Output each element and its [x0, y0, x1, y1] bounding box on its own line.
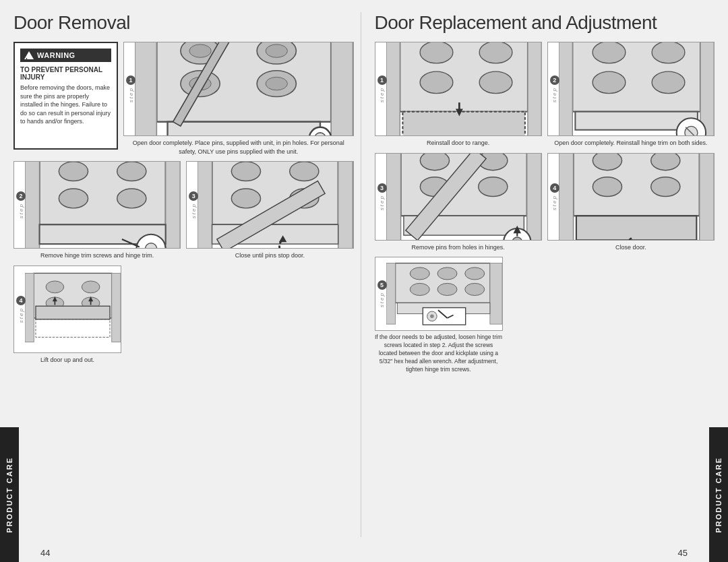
step-3-number: 3 — [189, 191, 198, 201]
left-section: Door Removal ! WARNING TO PREVENT PERSON… — [13, 12, 361, 537]
left-step-1-container: 1 step — [123, 42, 354, 156]
svg-point-51 — [479, 42, 512, 63]
step-4-svg — [14, 270, 121, 348]
left-step-4-illus: 4 step — [13, 266, 121, 353]
left-section-title: Door Removal — [13, 12, 354, 34]
step-2-svg — [14, 161, 180, 249]
right-step-2-caption: Open door completely. Reinstall hinge tr… — [547, 139, 715, 148]
footer: 44 45 — [0, 544, 728, 562]
svg-point-50 — [420, 42, 453, 63]
left-step-2-caption: Remove hinge trim screws and hinge trim. — [13, 251, 181, 260]
svg-rect-31 — [198, 161, 212, 249]
svg-point-84 — [593, 153, 621, 170]
right-sidebar: Product Care — [709, 427, 728, 562]
r-step-5-number: 5 — [377, 280, 387, 290]
right-step-3-illus: 3 step — [375, 153, 542, 241]
right-step-3-caption: Remove pins from holes in hinges. — [375, 243, 542, 252]
r-step-3-text: step — [379, 195, 385, 210]
r-step-4-number: 4 — [550, 183, 559, 193]
right-step-1-illus: 1 step — [375, 42, 542, 136]
warning-triangle-icon: ! — [24, 51, 34, 59]
svg-rect-43 — [36, 319, 110, 338]
svg-point-16 — [59, 161, 88, 181]
svg-rect-42 — [112, 274, 121, 342]
svg-point-71 — [420, 153, 449, 170]
right-step-4-illus: 4 step — [547, 153, 715, 241]
svg-rect-15 — [40, 161, 166, 224]
r-step-5-text: step — [379, 292, 385, 307]
svg-point-94 — [437, 268, 457, 280]
r-step-2-text: step — [551, 87, 557, 102]
svg-point-61 — [652, 42, 685, 63]
step-1-svg — [124, 42, 353, 136]
svg-point-17 — [117, 161, 146, 181]
svg-point-85 — [650, 153, 679, 170]
right-row1: 1 step — [375, 42, 715, 148]
step-2-label: 2 step — [16, 162, 26, 248]
r-step-3-svg — [375, 153, 541, 241]
r-step-1-label: 1 step — [377, 42, 388, 135]
svg-rect-76 — [526, 153, 541, 241]
step-3-text: step — [191, 203, 197, 218]
warning-title: WARNING — [37, 51, 75, 59]
r-step-1-text: step — [379, 87, 385, 102]
r-step-2-label: 2 step — [549, 42, 560, 135]
right-row2: 3 step — [375, 153, 715, 252]
svg-rect-9 — [135, 42, 156, 136]
r-step-5-svg — [375, 260, 502, 327]
svg-point-18 — [59, 189, 88, 208]
right-page-number: 45 — [678, 548, 688, 558]
left-step-4-caption: Lift door up and out. — [13, 356, 121, 365]
step-1-label: 1 step — [125, 42, 136, 135]
right-step-1-caption: Reinstall door to range. — [375, 139, 542, 148]
svg-point-37 — [46, 281, 64, 293]
svg-point-29 — [232, 189, 261, 208]
left-row2: 2 step — [13, 161, 354, 260]
svg-point-74 — [478, 177, 507, 197]
svg-rect-54 — [386, 42, 400, 136]
right-step-5-illus: 5 step — [375, 257, 503, 331]
step-3-label: 3 step — [188, 162, 199, 248]
left-step-2-container: 2 step — [13, 161, 181, 260]
r-step-1-number: 1 — [377, 75, 387, 85]
warning-subtitle: TO PREVENT PERSONAL INJURY — [20, 66, 111, 81]
svg-point-93 — [410, 268, 429, 280]
svg-point-62 — [593, 71, 626, 94]
r-step-1-svg — [375, 42, 541, 136]
step-4-text: step — [18, 307, 24, 323]
step-4-label: 4 step — [16, 266, 26, 352]
svg-rect-65 — [700, 42, 714, 136]
left-step-3-container: 3 step — [186, 161, 353, 260]
svg-point-28 — [290, 161, 319, 181]
right-step-2-container: 2 step — [547, 42, 715, 148]
left-row3: 4 step — [13, 266, 354, 365]
left-page-number: 44 — [40, 548, 50, 558]
left-step-1-caption: Open door completely. Place pins, suppli… — [123, 139, 354, 156]
svg-rect-83 — [573, 153, 699, 216]
step-1-text: step — [128, 87, 134, 102]
r-step-3-number: 3 — [377, 183, 387, 193]
r-step-3-label: 3 step — [377, 154, 388, 240]
left-top-row: ! WARNING TO PREVENT PERSONAL INJURY Bef… — [13, 42, 354, 156]
svg-rect-20 — [25, 161, 40, 249]
right-step-1-container: 1 step — [375, 42, 542, 148]
svg-rect-21 — [166, 161, 181, 249]
svg-point-52 — [420, 71, 453, 94]
right-step-2-illus: 2 step — [547, 42, 715, 136]
r-step-5-label: 5 step — [377, 257, 388, 330]
svg-point-63 — [652, 71, 685, 94]
warning-header: ! WARNING — [20, 49, 111, 62]
svg-rect-55 — [527, 42, 541, 136]
svg-point-8 — [266, 77, 287, 90]
right-section-title: Door Replacement and Adjustment — [375, 12, 715, 34]
step-1-number: 1 — [126, 75, 135, 85]
svg-point-53 — [479, 71, 512, 94]
right-row3: 5 step — [375, 257, 715, 373]
svg-rect-88 — [559, 153, 574, 241]
left-step-2-illus: 2 step — [13, 161, 181, 249]
svg-point-4 — [266, 44, 287, 57]
svg-rect-75 — [386, 153, 401, 241]
warning-body: Before removing the doors, make sure the… — [20, 84, 111, 126]
warning-box: ! WARNING TO PREVENT PERSONAL INJURY Bef… — [13, 42, 118, 150]
left-sidebar-label: Product Care — [5, 457, 13, 533]
